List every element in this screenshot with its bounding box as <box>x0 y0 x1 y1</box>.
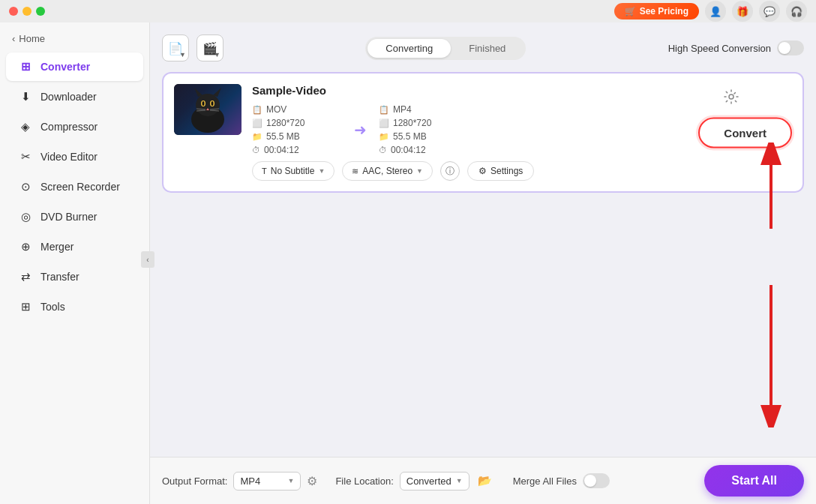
sidebar-item-transfer[interactable]: ⇄ Transfer <box>6 262 143 291</box>
source-format: MOV <box>266 104 286 115</box>
sidebar-item-merger[interactable]: ⊕ Merger <box>6 232 143 261</box>
video-editor-icon: ✂ <box>18 149 33 164</box>
toolbar-left: 📄 ▼ 🎬 ▼ <box>162 34 224 62</box>
target-resolution-icon: ⬜ <box>379 118 389 128</box>
sidebar-item-video-editor[interactable]: ✂ Video Editor <box>6 142 143 171</box>
dvd-burner-icon: ◎ <box>18 209 33 224</box>
user-icon-btn[interactable]: 👤 <box>705 1 726 22</box>
sidebar-item-label: DVD Burner <box>40 211 97 223</box>
target-meta: 📋 MP4 ⬜ 1280*720 📁 55.5 MB <box>379 104 469 155</box>
sidebar-item-compressor[interactable]: ◈ Compressor <box>6 112 143 141</box>
svg-marker-2 <box>194 88 202 97</box>
video-card: Sample-Video 📋 MOV ⬜ 1280*720 <box>162 72 804 193</box>
chat-icon-btn[interactable]: 💬 <box>759 1 780 22</box>
svg-marker-3 <box>213 88 221 97</box>
merger-icon: ⊕ <box>18 239 33 254</box>
target-duration: 00:04:12 <box>391 145 426 155</box>
merge-label: Merge All Files <box>513 476 577 487</box>
audio-wave-icon: ≋ <box>352 166 358 176</box>
titlebar: 🛒 See Pricing 👤 🎁 💬 🎧 <box>0 0 816 22</box>
output-format-field: Output Format: MP4 ▼ ⚙ <box>162 472 317 490</box>
target-resolution: 1280*720 <box>393 118 431 128</box>
add-media-button[interactable]: 🎬 ▼ <box>196 34 224 62</box>
window-controls <box>9 7 45 16</box>
audio-dropdown-icon: ▼ <box>416 167 423 175</box>
chevron-left-icon: ‹ <box>12 33 15 44</box>
sidebar-item-screen-recorder[interactable]: ⊙ Screen Recorder <box>6 172 143 201</box>
source-resolution: 1280*720 <box>266 118 304 128</box>
help-icon-btn[interactable]: 🎧 <box>786 1 807 22</box>
subtitle-select[interactable]: T No Subtitle ▼ <box>252 161 334 181</box>
subtitle-label: No Subtitle <box>271 166 315 176</box>
sidebar-item-dvd-burner[interactable]: ◎ DVD Burner <box>6 202 143 231</box>
collapse-sidebar-btn[interactable]: ‹ <box>141 251 154 268</box>
svg-point-13 <box>729 94 734 99</box>
high-speed-switch[interactable] <box>777 40 804 56</box>
see-pricing-label: See Pricing <box>640 6 688 16</box>
file-location-value: Converted <box>406 476 452 487</box>
sidebar-item-tools[interactable]: ⊞ Tools <box>6 292 143 321</box>
output-format-arrow: ▼ <box>288 477 295 484</box>
merge-toggle: Merge All Files <box>513 473 610 488</box>
sidebar-item-label: Downloader <box>40 91 97 103</box>
high-speed-toggle: High Speed Conversion <box>668 40 804 56</box>
gift-icon-btn[interactable]: 🎁 <box>732 1 753 22</box>
svg-point-7 <box>212 101 214 106</box>
video-title: Sample-Video <box>252 84 792 97</box>
settings-icon: ⚙ <box>478 166 487 176</box>
bottom-left: Output Format: MP4 ▼ ⚙ File Location: Co… <box>162 471 610 490</box>
sidebar: ‹ Home ⊞ Converter ⬇ Downloader ◈ Compre… <box>0 22 150 504</box>
sidebar-item-label: Screen Recorder <box>40 181 120 193</box>
output-format-settings-icon[interactable]: ⚙ <box>307 474 317 488</box>
convert-arrow-icon: ➜ <box>354 121 367 139</box>
sidebar-item-label: Converter <box>40 61 90 73</box>
sidebar-item-converter[interactable]: ⊞ Converter <box>6 52 143 81</box>
settings-button[interactable]: ⚙ Settings <box>467 161 534 181</box>
merge-toggle-switch[interactable] <box>583 473 610 488</box>
svg-point-6 <box>202 101 205 106</box>
sidebar-item-downloader[interactable]: ⬇ Downloader <box>6 82 143 111</box>
size-icon: 📁 <box>252 132 262 142</box>
close-button[interactable] <box>9 7 18 16</box>
bottom-bar: Output Format: MP4 ▼ ⚙ File Location: Co… <box>150 457 816 504</box>
resolution-icon: ⬜ <box>252 118 262 128</box>
convert-button[interactable]: Convert <box>698 117 792 148</box>
high-speed-label: High Speed Conversion <box>668 43 771 54</box>
folder-icon-btn[interactable]: 📂 <box>476 471 495 490</box>
card-settings-icon-btn[interactable] <box>720 86 742 108</box>
screen-recorder-icon: ⊙ <box>18 179 33 194</box>
output-format-label: Output Format: <box>162 476 227 487</box>
maximize-button[interactable] <box>36 7 45 16</box>
video-thumbnail <box>174 84 242 135</box>
tab-converting[interactable]: Converting <box>368 39 451 58</box>
back-home-btn[interactable]: ‹ Home <box>0 28 149 52</box>
start-all-button[interactable]: Start All <box>704 465 804 496</box>
source-meta: 📋 MOV ⬜ 1280*720 📁 55.5 MB <box>252 104 342 155</box>
add-file-button[interactable]: 📄 ▼ <box>162 34 189 62</box>
target-duration-icon: ⏱ <box>379 146 387 154</box>
sidebar-item-label: Video Editor <box>40 151 98 163</box>
tab-finished[interactable]: Finished <box>451 39 524 58</box>
target-size-icon: 📁 <box>379 132 389 142</box>
target-format: MP4 <box>393 104 412 115</box>
see-pricing-button[interactable]: 🛒 See Pricing <box>614 3 699 20</box>
file-location-label: File Location: <box>335 476 393 487</box>
audio-select[interactable]: ≋ AAC, Stereo ▼ <box>342 161 433 181</box>
duration-icon: ⏱ <box>252 146 260 154</box>
minimize-button[interactable] <box>22 7 32 16</box>
file-location-select[interactable]: Converted ▼ <box>400 472 470 490</box>
back-label: Home <box>19 33 45 44</box>
output-format-select[interactable]: MP4 ▼ <box>233 472 301 490</box>
sidebar-item-label: Tools <box>40 301 65 313</box>
source-duration: 00:04:12 <box>264 145 299 155</box>
converter-icon: ⊞ <box>18 59 33 74</box>
transfer-icon: ⇄ <box>18 269 33 284</box>
subtitle-text-icon: T <box>262 166 267 176</box>
format-icon: 📋 <box>252 105 262 115</box>
output-format-value: MP4 <box>240 476 260 487</box>
target-size: 55.5 MB <box>393 131 427 142</box>
convert-button-wrap: Convert <box>698 117 792 148</box>
audio-label: AAC, Stereo <box>362 166 412 176</box>
info-button[interactable]: ⓘ <box>440 161 460 181</box>
sidebar-item-label: Merger <box>40 241 74 253</box>
